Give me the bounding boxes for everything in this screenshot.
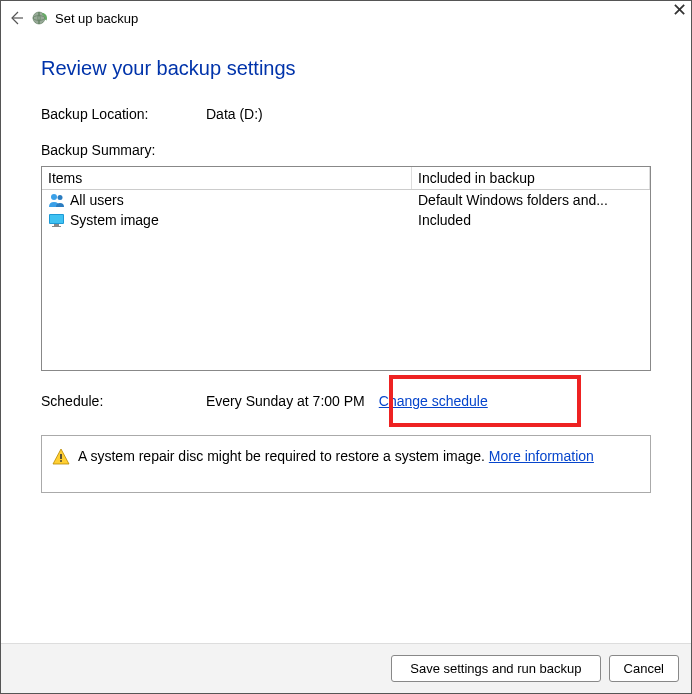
table-header: Items Included in backup bbox=[42, 167, 650, 190]
notice-box: A system repair disc might be required t… bbox=[41, 435, 651, 493]
more-information-link[interactable]: More information bbox=[489, 448, 594, 464]
footer: Save settings and run backup Cancel bbox=[1, 643, 691, 693]
titlebar: Set up backup bbox=[1, 1, 691, 33]
notice-text-wrap: A system repair disc might be required t… bbox=[78, 448, 594, 464]
backup-summary-label: Backup Summary: bbox=[41, 142, 651, 158]
backup-location-row: Backup Location: Data (D:) bbox=[41, 106, 651, 122]
svg-point-5 bbox=[58, 195, 63, 200]
save-and-run-button[interactable]: Save settings and run backup bbox=[391, 655, 600, 682]
svg-rect-11 bbox=[60, 460, 62, 462]
cancel-button[interactable]: Cancel bbox=[609, 655, 679, 682]
page-heading: Review your backup settings bbox=[41, 57, 651, 80]
warning-icon bbox=[52, 448, 70, 466]
row-item: System image bbox=[70, 212, 159, 228]
change-schedule-link[interactable]: Change schedule bbox=[379, 393, 488, 409]
svg-rect-8 bbox=[54, 224, 59, 226]
table-row[interactable]: System image Included bbox=[42, 210, 650, 230]
backup-location-label: Backup Location: bbox=[41, 106, 206, 122]
monitor-icon bbox=[48, 212, 66, 228]
close-icon[interactable]: ✕ bbox=[672, 0, 687, 21]
table-row[interactable]: All users Default Windows folders and... bbox=[42, 190, 650, 210]
backup-location-value: Data (D:) bbox=[206, 106, 651, 122]
header-included: Included in backup bbox=[412, 167, 650, 189]
schedule-value: Every Sunday at 7:00 PM bbox=[206, 393, 365, 409]
svg-point-4 bbox=[51, 194, 57, 200]
notice-text: A system repair disc might be required t… bbox=[78, 448, 489, 464]
backup-wizard-icon bbox=[31, 9, 49, 27]
users-icon bbox=[48, 192, 66, 208]
svg-rect-10 bbox=[60, 454, 62, 459]
svg-rect-9 bbox=[52, 226, 61, 227]
back-arrow-icon[interactable] bbox=[7, 9, 25, 27]
schedule-row: Schedule: Every Sunday at 7:00 PM Change… bbox=[41, 393, 651, 409]
summary-table: Items Included in backup All users Defau… bbox=[41, 166, 651, 371]
row-included: Included bbox=[412, 212, 650, 228]
window-title: Set up backup bbox=[55, 11, 138, 26]
schedule-label: Schedule: bbox=[41, 393, 206, 409]
svg-rect-7 bbox=[50, 215, 63, 223]
row-included: Default Windows folders and... bbox=[412, 192, 650, 208]
row-item: All users bbox=[70, 192, 124, 208]
header-items: Items bbox=[42, 167, 412, 189]
